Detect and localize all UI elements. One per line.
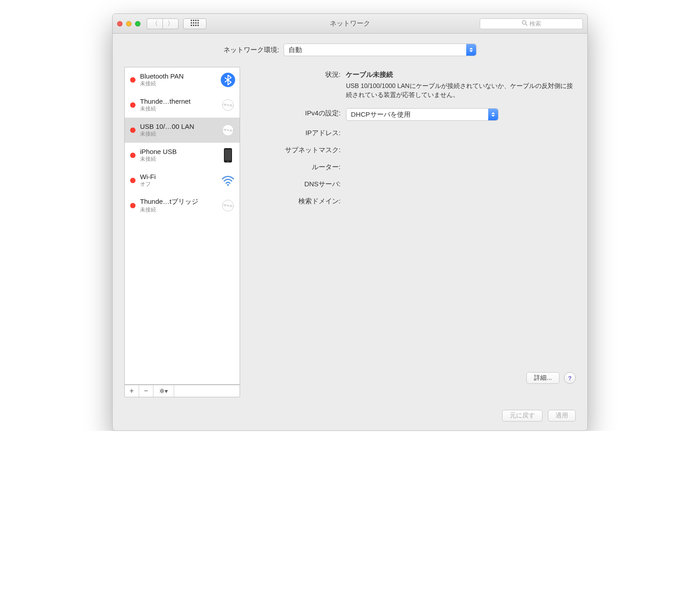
- svg-rect-10: [195, 25, 197, 26]
- status-dot-icon: [130, 77, 136, 83]
- sidebar-item-label: iPhone USB: [140, 148, 220, 155]
- search-domain-value: [346, 196, 576, 206]
- gear-icon: ✲▾: [159, 387, 168, 395]
- sidebar-wrap: Bluetooth PAN 未接続 Thunde…thernet 未接続: [124, 67, 240, 397]
- ipv4-config-select[interactable]: DHCPサーバを使用: [346, 108, 499, 121]
- router-label: ルーター:: [251, 162, 341, 172]
- sidebar-item-usb-lan[interactable]: USB 10/…00 LAN 未接続: [125, 118, 240, 143]
- sidebar-item-label: Thunde…tブリッジ: [140, 198, 220, 206]
- sidebar-toolbar: + − ✲▾: [124, 385, 240, 397]
- ethernet-icon: [220, 122, 236, 138]
- remove-interface-button[interactable]: −: [139, 385, 153, 397]
- status-dot-icon: [130, 127, 136, 133]
- select-stepper-icon: [488, 109, 498, 120]
- sidebar-item-wifi[interactable]: Wi-Fi オフ: [125, 168, 240, 193]
- nav-buttons: 〈 〉: [147, 18, 179, 29]
- svg-rect-1: [193, 20, 194, 21]
- ipv4-label: IPv4の設定:: [251, 108, 341, 121]
- revert-button[interactable]: 元に戻す: [502, 410, 542, 422]
- svg-line-13: [525, 24, 527, 26]
- sidebar-item-bluetooth-pan[interactable]: Bluetooth PAN 未接続: [125, 67, 240, 92]
- apply-button[interactable]: 適用: [548, 410, 576, 422]
- sidebar-item-label: Thunde…thernet: [140, 97, 220, 105]
- router-value: [346, 162, 576, 172]
- ip-address-value: [346, 128, 576, 138]
- subnet-label: サブネットマスク:: [251, 145, 341, 155]
- zoom-window-button[interactable]: [135, 21, 140, 26]
- status-dot-icon: [130, 153, 136, 158]
- sidebar-item-label: Wi-Fi: [140, 173, 220, 180]
- help-button[interactable]: ?: [564, 372, 576, 384]
- svg-rect-24: [225, 149, 231, 160]
- svg-rect-3: [197, 20, 199, 21]
- svg-point-26: [227, 184, 229, 186]
- footer: 元に戻す 適用: [113, 404, 587, 430]
- subnet-value: [346, 145, 576, 155]
- svg-point-30: [230, 205, 232, 206]
- svg-rect-6: [195, 22, 197, 24]
- search-input[interactable]: 検索: [480, 18, 583, 29]
- ipv4-row: IPv4の設定: DHCPサーバを使用: [251, 108, 576, 121]
- add-interface-button[interactable]: +: [125, 385, 139, 397]
- sidebar-item-iphone-usb[interactable]: iPhone USB 未接続: [125, 143, 240, 168]
- traffic-lights: [117, 21, 140, 26]
- svg-rect-11: [197, 25, 199, 26]
- svg-point-16: [224, 104, 226, 105]
- back-button[interactable]: 〈: [147, 18, 162, 29]
- location-value: 自動: [289, 46, 302, 54]
- status-row: 状況: ケーブル未接続 USB 10/100/1000 LANにケーブルが接続さ…: [251, 70, 576, 99]
- status-value: ケーブル未接続: [346, 70, 576, 79]
- svg-rect-8: [191, 25, 192, 26]
- chevron-left-icon: 〈: [152, 20, 158, 28]
- svg-point-28: [224, 205, 226, 206]
- dns-label: DNSサーバ:: [251, 179, 341, 189]
- advanced-button[interactable]: 詳細...: [526, 372, 560, 384]
- ip-address-label: IPアドレス:: [251, 128, 341, 138]
- interface-list: Bluetooth PAN 未接続 Thunde…thernet 未接続: [124, 67, 240, 385]
- svg-rect-0: [191, 20, 192, 21]
- main-row: Bluetooth PAN 未接続 Thunde…thernet 未接続: [124, 67, 576, 397]
- svg-rect-9: [193, 25, 194, 26]
- network-prefs-window: 〈 〉 ネットワーク 検索 ネットワーク環境: 自動: [112, 13, 588, 431]
- dns-value: [346, 179, 576, 189]
- search-domain-row: 検索ドメイン:: [251, 196, 576, 206]
- minus-icon: −: [144, 387, 148, 395]
- titlebar: 〈 〉 ネットワーク 検索: [113, 14, 587, 34]
- svg-rect-5: [193, 22, 194, 24]
- ethernet-icon: [220, 97, 236, 113]
- content-area: ネットワーク環境: 自動 Bluetooth PAN 未接続: [113, 34, 587, 404]
- location-label: ネットワーク環境:: [223, 46, 279, 54]
- sidebar-item-thunderbolt-ethernet[interactable]: Thunde…thernet 未接続: [125, 92, 240, 118]
- chevron-right-icon: 〉: [167, 20, 174, 28]
- help-icon: ?: [568, 375, 572, 382]
- sidebar-item-status: 未接続: [140, 80, 220, 88]
- close-window-button[interactable]: [117, 21, 122, 26]
- iphone-icon: [220, 147, 236, 163]
- svg-point-25: [228, 161, 229, 162]
- minimize-window-button[interactable]: [126, 21, 131, 26]
- location-row: ネットワーク環境: 自動: [124, 44, 576, 56]
- advanced-row: 詳細... ?: [526, 372, 576, 384]
- sidebar-item-status: 未接続: [140, 105, 220, 113]
- ethernet-icon: [220, 198, 236, 214]
- dns-row: DNSサーバ:: [251, 179, 576, 189]
- wifi-icon: [220, 172, 236, 189]
- ipv4-value: DHCPサーバを使用: [351, 110, 411, 119]
- location-select[interactable]: 自動: [284, 44, 477, 56]
- action-menu-button[interactable]: ✲▾: [153, 385, 174, 397]
- search-icon: [522, 20, 528, 27]
- status-dot-icon: [130, 102, 136, 108]
- svg-rect-4: [191, 22, 192, 24]
- subnet-row: サブネットマスク:: [251, 145, 576, 155]
- sidebar-item-status: 未接続: [140, 206, 220, 214]
- forward-button[interactable]: 〉: [162, 18, 179, 29]
- sidebar-item-thunderbolt-bridge[interactable]: Thunde…tブリッジ 未接続: [125, 193, 240, 218]
- show-all-button[interactable]: [183, 18, 206, 29]
- sidebar-item-status: 未接続: [140, 130, 220, 138]
- svg-point-22: [230, 129, 232, 131]
- plus-icon: +: [130, 387, 134, 395]
- status-description: USB 10/100/1000 LANにケーブルが接続されていないか、ケーブルの…: [346, 81, 576, 99]
- router-row: ルーター:: [251, 162, 576, 172]
- status-dot-icon: [130, 178, 136, 183]
- bluetooth-icon: [220, 72, 236, 88]
